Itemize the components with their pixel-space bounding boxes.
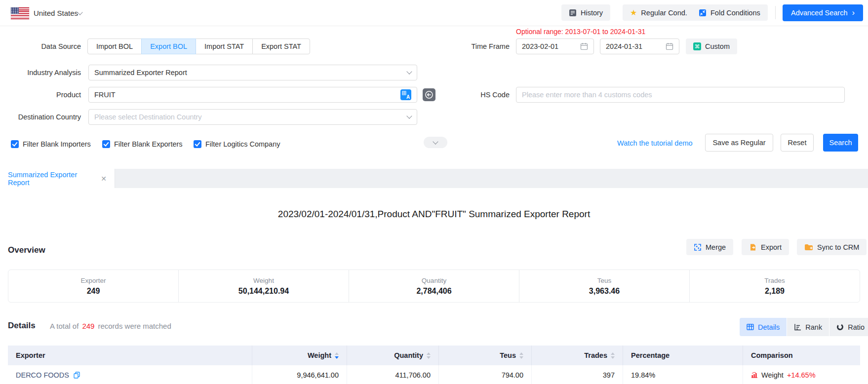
reset-button[interactable]: Reset xyxy=(781,134,814,152)
cell-percentage: 19.84% xyxy=(623,365,743,384)
view-rank-label: Rank xyxy=(805,323,822,331)
stat-trades: Trades 2,189 xyxy=(689,270,860,302)
product-input[interactable] xyxy=(94,91,400,99)
sort-icon[interactable] xyxy=(611,352,615,359)
view-rank-button[interactable]: Rank xyxy=(787,318,829,336)
chevron-down-icon xyxy=(406,113,412,118)
data-source-label: Data Source xyxy=(0,38,81,54)
exporter-name-link[interactable]: DERCO FOODS xyxy=(16,371,69,379)
cell-trades: 397 xyxy=(531,365,623,384)
stat-value: 50,144,210.94 xyxy=(238,287,289,296)
col-teus[interactable]: Teus xyxy=(438,346,531,365)
regular-cond-button[interactable]: ★ Regular Cond. xyxy=(623,4,695,21)
stat-exporter: Exporter 249 xyxy=(8,270,178,302)
sync-to-crm-button[interactable]: Sync to CRM xyxy=(797,239,867,255)
filter-blank-exporters-checkbox[interactable]: Filter Blank Exporters xyxy=(102,140,183,148)
export-button[interactable]: Export xyxy=(742,239,789,255)
copy-icon[interactable] xyxy=(74,372,80,379)
save-as-regular-button[interactable]: Save as Regular xyxy=(705,134,773,152)
tab-export-bol[interactable]: Export BOL xyxy=(141,38,196,54)
trend-chart-icon xyxy=(751,372,758,378)
tab-title: Summarized Exporter Report xyxy=(8,171,95,187)
view-switcher: Details Rank Ratio xyxy=(740,318,868,336)
chevron-down-icon xyxy=(433,139,438,144)
stat-label: Quantity xyxy=(422,277,446,284)
sort-icon[interactable] xyxy=(427,352,431,359)
col-quantity[interactable]: Quantity xyxy=(347,346,438,365)
stat-label: Teus xyxy=(597,277,612,284)
destination-country-label: Destination Country xyxy=(0,109,81,125)
view-details-button[interactable]: Details xyxy=(740,318,787,336)
custom-command-icon: ⌘ xyxy=(693,42,701,50)
filter-logistics-company-checkbox[interactable]: Filter Logitics Company xyxy=(194,140,280,148)
sort-icon[interactable] xyxy=(519,352,523,359)
destination-country-placeholder: Please select Destination Country xyxy=(94,113,407,121)
synonym-search-icon[interactable] xyxy=(423,88,435,101)
checkbox-checked-icon[interactable] xyxy=(11,140,19,148)
tab-import-stat[interactable]: Import STAT xyxy=(196,38,253,54)
tab-summarized-exporter-report[interactable]: Summarized Exporter Report ✕ xyxy=(0,169,115,188)
date-end-input[interactable]: 2024-01-31 xyxy=(600,38,679,54)
col-trades[interactable]: Trades xyxy=(531,346,623,365)
chevron-right-icon: › xyxy=(852,8,855,17)
destination-country-select[interactable]: Please select Destination Country xyxy=(88,109,417,125)
merge-button[interactable]: Merge xyxy=(686,239,733,255)
stat-label: Weight xyxy=(253,277,274,284)
col-label: Percentage xyxy=(631,351,670,359)
details-table: Exporter Weight Quantity Teus Trades Per… xyxy=(8,346,860,384)
view-ratio-label: Ratio xyxy=(848,323,865,331)
result-tab-strip: Summarized Exporter Report ✕ xyxy=(0,169,868,188)
advanced-search-button[interactable]: Advanced Search › xyxy=(783,4,863,21)
count-number: 249 xyxy=(82,322,94,330)
cell-weight: 9,946,641.00 xyxy=(252,365,347,384)
hs-code-input[interactable] xyxy=(522,91,839,99)
svg-text:A: A xyxy=(406,94,410,100)
product-label: Product xyxy=(0,87,81,103)
sort-icon[interactable] xyxy=(335,352,339,359)
filter-blank-importers-checkbox[interactable]: Filter Blank Importers xyxy=(11,140,91,148)
search-button[interactable]: Search xyxy=(823,134,858,152)
country-selector-label[interactable]: United States xyxy=(34,9,78,17)
date-start-input[interactable]: 2023-02-01 xyxy=(516,38,594,54)
custom-label: Custom xyxy=(705,42,730,50)
count-prefix: A total of xyxy=(50,322,79,330)
calendar-icon xyxy=(580,42,588,50)
stat-teus: Teus 3,963.46 xyxy=(519,270,689,302)
table-header-row: Exporter Weight Quantity Teus Trades Per… xyxy=(8,346,860,365)
calendar-icon xyxy=(666,42,673,50)
stat-value: 2,784,406 xyxy=(416,287,451,296)
chevron-down-icon xyxy=(406,69,412,74)
tab-export-stat[interactable]: Export STAT xyxy=(252,38,310,54)
translate-icon[interactable]: A xyxy=(400,89,411,100)
checkbox-checked-icon[interactable] xyxy=(102,140,110,148)
rank-chart-icon xyxy=(794,323,801,331)
trade-data-search-page: United States History ★ Regular Cond. Fo… xyxy=(0,0,868,384)
export-label: Export xyxy=(761,243,782,251)
time-frame-label: Time Frame xyxy=(464,38,510,54)
stat-quantity: Quantity 2,784,406 xyxy=(349,270,519,302)
history-button[interactable]: History xyxy=(561,4,610,21)
view-details-label: Details xyxy=(758,323,780,331)
regular-cond-label: Regular Cond. xyxy=(641,9,687,17)
table-row: DERCO FOODS 9,946,641.00 411,706.00 794.… xyxy=(8,365,860,384)
advanced-search-label: Advanced Search xyxy=(791,9,847,17)
fold-icon xyxy=(699,9,707,17)
col-weight[interactable]: Weight xyxy=(252,346,347,365)
industry-analysis-select[interactable]: Summarized Exporter Report xyxy=(88,65,417,80)
merge-label: Merge xyxy=(706,243,726,251)
view-ratio-button[interactable]: Ratio xyxy=(829,318,868,336)
col-label: Teus xyxy=(500,351,516,359)
collapse-conditions-button[interactable] xyxy=(424,137,447,148)
table-icon xyxy=(747,323,754,331)
comparison-change: +14.65% xyxy=(787,371,816,379)
col-label: Weight xyxy=(308,351,331,359)
checkbox-checked-icon[interactable] xyxy=(194,140,201,148)
close-icon[interactable]: ✕ xyxy=(101,175,107,183)
sync-to-crm-label: Sync to CRM xyxy=(817,243,859,251)
tab-import-bol[interactable]: Import BOL xyxy=(87,38,142,54)
tutorial-link[interactable]: Watch the tutorial demo xyxy=(617,139,693,147)
ratio-donut-icon xyxy=(836,323,844,331)
fold-conditions-button[interactable]: Fold Conditions xyxy=(691,4,768,21)
history-label: History xyxy=(581,9,603,17)
custom-range-button[interactable]: ⌘ Custom xyxy=(686,38,737,54)
